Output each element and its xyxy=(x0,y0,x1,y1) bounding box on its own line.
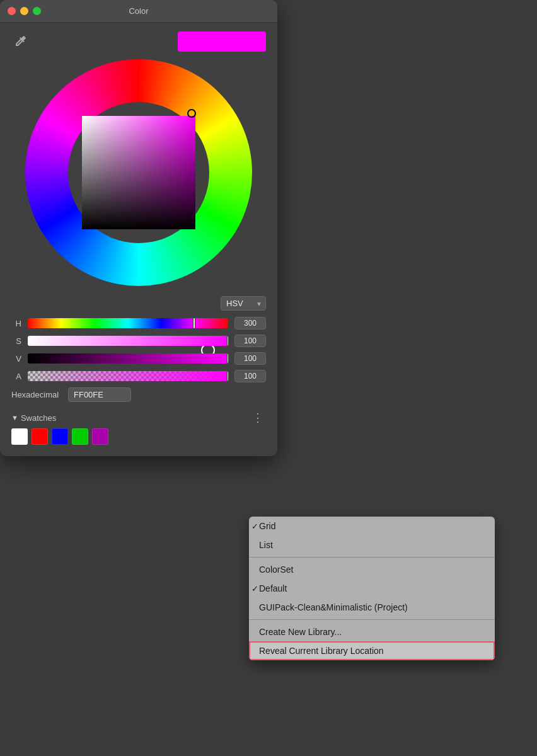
mode-selector-wrap: HSV RGB CMYK LAB xyxy=(221,296,266,311)
menu-item-grid-label: Grid xyxy=(259,521,275,531)
menu-item-list-label: List xyxy=(259,540,273,550)
menu-item-guipack[interactable]: GUIPack-Clean&Minimalistic (Project) xyxy=(249,598,495,617)
alpha-value-input[interactable] xyxy=(234,370,266,382)
menu-item-grid[interactable]: Grid xyxy=(249,517,495,536)
menu-divider-1 xyxy=(249,557,495,558)
swatches-section: ▼ Swatches ⋮ xyxy=(11,412,266,445)
menu-reveal-library-label: Reveal Current Library Location xyxy=(259,646,384,656)
sat-thumb xyxy=(227,336,228,346)
hue-label: H xyxy=(11,319,21,328)
alpha-label: A xyxy=(11,372,21,381)
val-slider-row: V xyxy=(11,352,266,365)
top-row xyxy=(11,32,266,52)
color-mode-select[interactable]: HSV RGB CMYK LAB xyxy=(221,296,266,311)
alpha-slider-row: A xyxy=(11,370,266,382)
val-thumb xyxy=(227,353,228,364)
window-controls xyxy=(8,7,41,15)
sv-square[interactable] xyxy=(82,116,195,229)
hex-label: Hexadecimal xyxy=(11,390,62,399)
val-slider[interactable] xyxy=(28,353,228,364)
window-title: Color xyxy=(129,6,148,16)
eyedropper-icon xyxy=(13,34,28,49)
sat-slider-row: S xyxy=(11,335,266,347)
color-wheel[interactable] xyxy=(25,59,252,286)
mode-row: HSV RGB CMYK LAB xyxy=(11,296,266,311)
minimize-button[interactable] xyxy=(20,7,28,15)
color-preview-swatch[interactable] xyxy=(178,32,266,52)
hue-slider-row: H xyxy=(11,317,266,329)
hex-row: Hexadecimal xyxy=(11,387,266,402)
context-menu: Grid List ColorSet Default GUIPack-Clean… xyxy=(249,517,495,660)
swatch-green[interactable] xyxy=(72,428,88,445)
swatches-grid xyxy=(11,428,266,445)
swatches-header: ▼ Swatches ⋮ xyxy=(11,412,266,423)
swatch-red[interactable] xyxy=(32,428,48,445)
hue-thumb xyxy=(193,318,195,328)
swatches-title: Swatches xyxy=(21,413,56,423)
menu-default-label: Default xyxy=(259,583,287,593)
menu-item-list[interactable]: List xyxy=(249,536,495,554)
sat-label: S xyxy=(11,336,21,346)
window-content: HSV RGB CMYK LAB H S V xyxy=(0,23,277,456)
title-bar: Color xyxy=(0,0,277,23)
swatch-purple[interactable] xyxy=(92,428,108,445)
menu-divider-2 xyxy=(249,619,495,620)
swatch-white[interactable] xyxy=(11,428,28,445)
menu-item-reveal-library[interactable]: Reveal Current Library Location xyxy=(249,641,495,660)
alpha-slider[interactable] xyxy=(28,371,228,381)
swatch-blue[interactable] xyxy=(52,428,68,445)
menu-item-default[interactable]: Default xyxy=(249,579,495,598)
hue-slider[interactable] xyxy=(28,318,228,328)
menu-item-colorset-header: ColorSet xyxy=(249,560,495,579)
sat-value-input[interactable] xyxy=(234,335,266,347)
menu-item-create-library[interactable]: Create New Library... xyxy=(249,622,495,641)
menu-guipack-label: GUIPack-Clean&Minimalistic (Project) xyxy=(259,602,408,612)
maximize-button[interactable] xyxy=(33,7,41,15)
color-wheel-container xyxy=(11,59,266,286)
close-button[interactable] xyxy=(8,7,16,15)
swatches-title-wrap: ▼ Swatches xyxy=(11,413,56,423)
val-label: V xyxy=(11,354,21,364)
swatches-menu-button[interactable]: ⋮ xyxy=(250,412,266,423)
hex-input[interactable] xyxy=(68,387,131,402)
val-value-input[interactable] xyxy=(234,352,266,365)
menu-colorset-label: ColorSet xyxy=(259,564,293,575)
color-window: Color xyxy=(0,0,277,456)
alpha-thumb xyxy=(227,371,228,381)
swatches-arrow-icon: ▼ xyxy=(11,414,18,421)
hue-value-input[interactable] xyxy=(234,317,266,329)
eyedropper-button[interactable] xyxy=(11,33,29,50)
sat-slider[interactable] xyxy=(28,336,228,346)
menu-create-library-label: Create New Library... xyxy=(259,627,342,637)
